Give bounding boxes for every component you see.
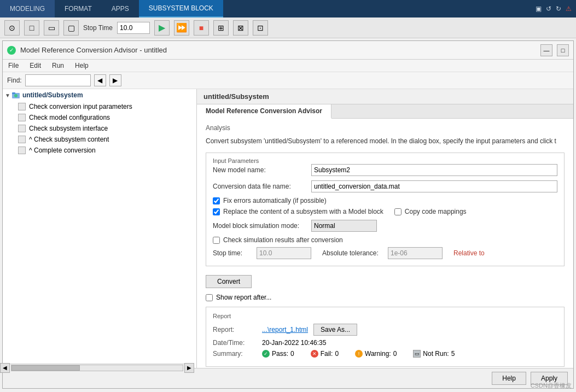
tree-item-2[interactable]: Check model configurations — [3, 112, 196, 123]
check-sim-row: Check simulation results after conversio… — [213, 236, 557, 244]
replace-content-checkbox[interactable] — [213, 208, 220, 215]
stop-time-input[interactable] — [117, 22, 150, 34]
toolbar-stop-btn[interactable]: ■ — [194, 20, 209, 36]
scroll-right-arrow[interactable]: ▶ — [184, 363, 194, 368]
right-panel: untitled/Subsystem Model Reference Conve… — [197, 89, 573, 368]
find-prev-button[interactable]: ◀ — [94, 74, 106, 86]
show-report-label: Show report after... — [216, 294, 271, 301]
fix-errors-checkbox[interactable] — [213, 197, 220, 204]
fail-label: Fail: — [321, 350, 333, 358]
tree-item-5[interactable]: ^ Complete conversion — [3, 145, 196, 156]
toolbar-btn-3[interactable]: ▭ — [44, 20, 59, 36]
check-sim-checkbox[interactable] — [213, 237, 220, 244]
analysis-text: Convert subsystem 'untitled/Subsystem' t… — [206, 136, 565, 146]
tree-item-3[interactable]: Check subsystem interface — [3, 123, 196, 134]
scroll-left-arrow[interactable]: ◀ — [3, 363, 10, 368]
toolbar-scope2-btn[interactable]: ⊠ — [233, 20, 248, 36]
stop-time-label: Stop Time — [83, 24, 113, 32]
summary-label: Summary: — [213, 350, 257, 358]
menu-modeling[interactable]: MODELING — [0, 0, 55, 17]
warning-icon: ! — [355, 350, 363, 358]
menu-apps[interactable]: APPS — [102, 0, 139, 17]
copy-code-mappings-checkbox[interactable] — [394, 208, 402, 215]
wmenu-help[interactable]: Help — [69, 61, 94, 71]
resize-handle[interactable] — [191, 89, 194, 368]
tab-conversion-advisor[interactable]: Model Reference Conversion Advisor — [197, 104, 331, 119]
stop-time-value-input[interactable] — [257, 247, 311, 259]
minimize-button[interactable]: — — [540, 44, 552, 56]
file-icon-3 — [18, 125, 26, 132]
file-icon-4 — [18, 136, 26, 143]
left-scrollbar: ◀ ▶ — [3, 364, 194, 368]
find-next-button[interactable]: ▶ — [109, 74, 121, 86]
tolerance-row: Stop time: Absolute tolerance: Relative … — [213, 247, 557, 259]
abs-tolerance-group: Absolute tolerance: — [322, 247, 443, 259]
input-params-legend: Input Parameters — [211, 157, 557, 164]
folder-icon — [11, 91, 20, 100]
toolbar-scope-btn[interactable]: ⊞ — [213, 20, 229, 36]
notrun-icon: ▭ — [413, 350, 421, 358]
datetime-label: Date/Time: — [213, 339, 257, 347]
main-window: ✓ Model Reference Conversion Advisor - u… — [2, 40, 574, 389]
toolbar-scope3-btn[interactable]: ⊡ — [253, 20, 268, 36]
help-button[interactable]: Help — [492, 372, 526, 385]
tree-chevron: ▼ — [5, 92, 10, 98]
monitor-icon: ▣ — [536, 5, 542, 13]
toolbar-btn-1[interactable]: ⊙ — [4, 20, 20, 36]
content-area: ▼ untitled/Subsystem Check conversion in… — [3, 89, 573, 368]
model-block-sim-mode-group: Model block simulation mode: — [213, 220, 557, 232]
left-scroll-track[interactable] — [11, 365, 183, 368]
model-block-sim-mode-input[interactable] — [311, 220, 377, 232]
conversion-data-file-group: Conversion data file name: — [213, 180, 557, 192]
tree-item-3-label: Check subsystem interface — [29, 125, 108, 132]
top-menubar: MODELING FORMAT APPS SUBSYSTEM BLOCK ▣ ↺… — [0, 0, 576, 17]
wmenu-run[interactable]: Run — [46, 61, 69, 71]
input-params-group: Input Parameters New model name: Convers… — [206, 153, 565, 266]
undo-icon[interactable]: ↺ — [546, 5, 551, 13]
report-row: Report: ...\report_1.html Save As... — [213, 324, 557, 336]
tree-root[interactable]: ▼ untitled/Subsystem — [3, 89, 196, 101]
find-bar: Find: ◀ ▶ — [3, 72, 573, 89]
new-model-name-input[interactable] — [311, 164, 557, 176]
abs-tolerance-label: Absolute tolerance: — [322, 249, 388, 257]
abs-tolerance-input[interactable] — [388, 247, 443, 259]
new-model-name-label: New model name: — [213, 166, 311, 174]
toolbar-fastforward-btn[interactable]: ⏩ — [174, 20, 189, 36]
tree-item-4[interactable]: ^ Check subsystem content — [3, 134, 196, 145]
file-icon-2 — [18, 114, 26, 121]
toolbar-btn-2[interactable]: □ — [24, 20, 39, 36]
fail-summary: ✕ Fail: 0 — [311, 350, 339, 358]
find-input[interactable] — [25, 74, 91, 86]
notrun-label: Not Run: — [423, 350, 449, 358]
show-report-row: Show report after... — [206, 294, 565, 301]
toolbar-btn-4[interactable]: ▢ — [63, 20, 79, 36]
convert-button[interactable]: Convert — [206, 275, 252, 288]
fail-icon: ✕ — [311, 350, 318, 358]
model-block-sim-mode-label: Model block simulation mode: — [213, 222, 311, 230]
window-menubar: File Edit Run Help — [3, 60, 573, 72]
window-title: Model Reference Conversion Advisor - unt… — [20, 46, 540, 54]
datetime-row: Date/Time: 20-Jan-2022 10:46:35 — [213, 339, 557, 347]
summary-row: Summary: ✓ Pass: 0 ✕ Fail: 0 ! — [213, 350, 557, 358]
wmenu-edit[interactable]: Edit — [24, 61, 46, 71]
menu-subsystem-block[interactable]: SUBSYSTEM BLOCK — [139, 0, 223, 17]
wmenu-file[interactable]: File — [3, 61, 24, 71]
replace-content-row: Replace the content of a subsystem with … — [213, 208, 383, 215]
report-link[interactable]: ...\report_1.html — [262, 326, 308, 334]
tree-item-1[interactable]: Check conversion input parameters — [3, 101, 196, 112]
notrun-value: 5 — [451, 350, 455, 358]
redo-icon[interactable]: ↻ — [556, 5, 561, 13]
warning-icon: ⚠ — [566, 5, 572, 13]
stop-time-group: Stop time: — [213, 247, 311, 259]
find-label: Find: — [7, 77, 22, 84]
conversion-data-file-input[interactable] — [311, 180, 557, 192]
menu-format[interactable]: FORMAT — [55, 0, 102, 17]
tree-item-4-label: ^ Check subsystem content — [29, 136, 109, 143]
save-as-button[interactable]: Save As... — [313, 324, 357, 336]
tree-item-2-label: Check model configurations — [29, 114, 110, 121]
stop-time-label: Stop time: — [213, 249, 257, 257]
show-report-checkbox[interactable] — [206, 294, 213, 301]
report-section: Report Report: ...\report_1.html Save As… — [206, 307, 565, 367]
maximize-button[interactable]: □ — [557, 44, 569, 56]
toolbar-play-btn[interactable]: ▶ — [154, 20, 170, 36]
